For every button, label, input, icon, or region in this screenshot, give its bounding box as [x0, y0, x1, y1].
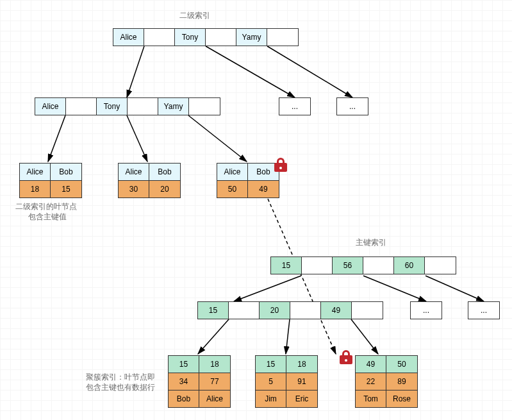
- svg-line-4: [127, 115, 147, 162]
- secondary-root: Alice Tony Yamy: [113, 28, 299, 46]
- key-cell: Alice: [113, 29, 144, 46]
- svg-line-9: [198, 319, 229, 354]
- leaf-pk: 49: [248, 181, 279, 197]
- leaf-pk: 18: [20, 181, 51, 197]
- secondary-leaf: AliceBob 3020: [118, 163, 181, 198]
- leaf-attr: 22: [356, 373, 386, 390]
- ptr-cell: [425, 257, 456, 274]
- svg-line-7: [363, 276, 426, 301]
- svg-line-5: [188, 115, 247, 162]
- diagram-canvas: 二级索引 主键索引 Alice Tony Yamy Alice Tony Yam…: [0, 0, 512, 420]
- placeholder-node: ...: [279, 97, 311, 115]
- secondary-index-title: 二级索引: [179, 10, 210, 21]
- key-cell: Tony: [175, 29, 206, 46]
- leaf-pk: 15: [51, 181, 81, 197]
- leaf-name: Alice: [199, 391, 230, 407]
- leaf-pk: 15: [256, 356, 286, 373]
- placeholder-node: ...: [410, 301, 442, 319]
- secondary-leaf-locked: AliceBob 5049: [217, 163, 279, 198]
- leaf-attr: 91: [286, 373, 317, 390]
- ellipsis-cell: ...: [468, 302, 499, 319]
- svg-line-12: [268, 199, 336, 354]
- svg-line-11: [351, 319, 378, 354]
- leaf-attr: 89: [386, 373, 417, 390]
- leaf-pk: 15: [169, 356, 199, 373]
- svg-line-6: [234, 276, 301, 301]
- lock-icon: [340, 350, 352, 364]
- leaf-name: Jim: [256, 391, 286, 407]
- svg-line-10: [286, 319, 290, 354]
- key-cell: Yamy: [158, 98, 189, 115]
- primary-internal: 15 20 49: [197, 301, 383, 319]
- ptr-cell: [189, 98, 220, 115]
- leaf-pk: 20: [149, 181, 180, 197]
- ptr-cell: [363, 257, 394, 274]
- key-cell: 15: [271, 257, 302, 274]
- svg-line-3: [48, 115, 65, 162]
- ptr-cell: [302, 257, 333, 274]
- primary-index-title: 主键索引: [356, 237, 386, 248]
- key-cell: 49: [321, 302, 352, 319]
- primary-leaf: 1518 3477 BobAlice: [168, 355, 231, 408]
- ptr-cell: [267, 29, 298, 46]
- svg-line-0: [127, 46, 144, 97]
- key-cell: 15: [198, 302, 229, 319]
- lock-icon: [274, 158, 287, 172]
- leaf-key: Alice: [119, 164, 149, 180]
- svg-line-1: [206, 46, 295, 97]
- leaf-name: Rose: [386, 391, 417, 407]
- leaf-attr: 34: [169, 373, 199, 390]
- placeholder-node: ...: [468, 301, 500, 319]
- leaf-pk: 50: [386, 356, 417, 373]
- secondary-internal: Alice Tony Yamy: [35, 97, 220, 115]
- key-cell: 20: [260, 302, 290, 319]
- ptr-cell: [128, 98, 158, 115]
- secondary-leaf-caption: 包含主键值: [28, 212, 67, 223]
- leaf-pk: 49: [356, 356, 386, 373]
- leaf-key: Bob: [51, 164, 81, 180]
- clustered-caption: 包含主键也有数据行: [86, 382, 155, 393]
- secondary-leaf-caption: 二级索引的叶节点: [15, 201, 77, 212]
- leaf-key: Alice: [217, 164, 248, 180]
- ellipsis-cell: ...: [337, 98, 368, 115]
- svg-line-8: [425, 276, 484, 301]
- key-cell: Tony: [97, 98, 128, 115]
- clustered-caption: 聚簇索引：叶节点即: [86, 372, 155, 383]
- leaf-key: Alice: [20, 164, 51, 180]
- leaf-name: Eric: [286, 391, 317, 407]
- svg-line-2: [267, 46, 352, 97]
- leaf-pk: 18: [286, 356, 317, 373]
- ptr-cell: [144, 29, 175, 46]
- primary-root: 15 56 60: [270, 256, 456, 274]
- ptr-cell: [290, 302, 321, 319]
- ellipsis-cell: ...: [411, 302, 442, 319]
- key-cell: 60: [394, 257, 425, 274]
- key-cell: 56: [333, 257, 363, 274]
- leaf-pk: 50: [217, 181, 248, 197]
- ptr-cell: [352, 302, 383, 319]
- leaf-pk: 18: [199, 356, 230, 373]
- primary-leaf: 1518 591 JimEric: [255, 355, 318, 408]
- secondary-leaf: AliceBob 1815: [19, 163, 82, 198]
- key-cell: Yamy: [236, 29, 267, 46]
- leaf-key: Bob: [149, 164, 180, 180]
- ellipsis-cell: ...: [279, 98, 310, 115]
- leaf-pk: 30: [119, 181, 149, 197]
- placeholder-node: ...: [336, 97, 368, 115]
- key-cell: Alice: [35, 98, 66, 115]
- leaf-attr: 5: [256, 373, 286, 390]
- ptr-cell: [66, 98, 97, 115]
- ptr-cell: [229, 302, 260, 319]
- leaf-attr: 77: [199, 373, 230, 390]
- primary-leaf-locked: 4950 2289 TomRose: [355, 355, 418, 408]
- ptr-cell: [206, 29, 236, 46]
- leaf-name: Bob: [169, 391, 199, 407]
- leaf-name: Tom: [356, 391, 386, 407]
